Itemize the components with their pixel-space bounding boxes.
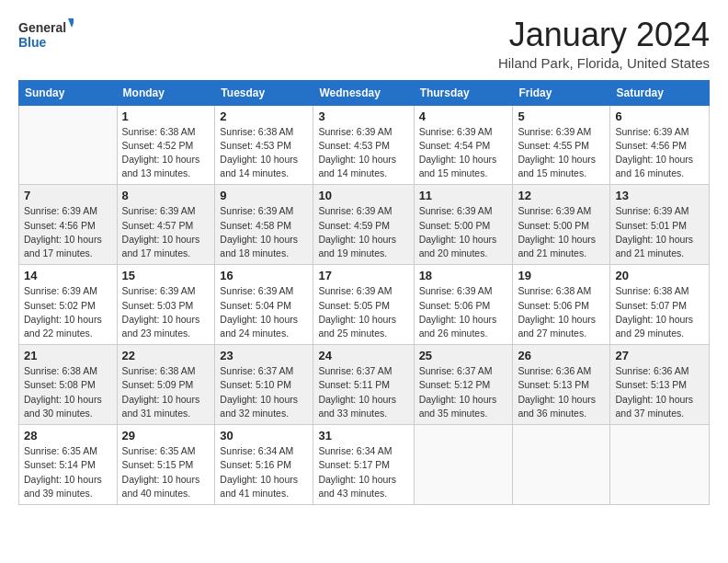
- header-cell-wednesday: Wednesday: [313, 80, 414, 105]
- day-info: Sunrise: 6:38 AM Sunset: 5:07 PM Dayligh…: [615, 284, 704, 340]
- calendar-cell: 2Sunrise: 6:38 AM Sunset: 4:53 PM Daylig…: [215, 105, 313, 185]
- calendar-cell: 27Sunrise: 6:36 AM Sunset: 5:13 PM Dayli…: [610, 345, 710, 425]
- day-info: Sunrise: 6:39 AM Sunset: 4:59 PM Dayligh…: [318, 204, 408, 260]
- header: General Blue January 2024 Hiland Park, F…: [18, 17, 710, 71]
- day-number: 29: [122, 429, 210, 442]
- header-row: SundayMondayTuesdayWednesdayThursdayFrid…: [19, 80, 710, 105]
- day-info: Sunrise: 6:39 AM Sunset: 5:04 PM Dayligh…: [220, 284, 308, 340]
- title-block: January 2024 Hiland Park, Florida, Unite…: [498, 17, 710, 71]
- page: General Blue January 2024 Hiland Park, F…: [0, 0, 728, 563]
- calendar-cell: [610, 425, 710, 505]
- header-cell-monday: Monday: [117, 80, 215, 105]
- day-info: Sunrise: 6:38 AM Sunset: 5:06 PM Dayligh…: [518, 284, 605, 340]
- day-number: 27: [615, 349, 704, 362]
- day-info: Sunrise: 6:39 AM Sunset: 5:06 PM Dayligh…: [419, 284, 508, 340]
- day-number: 2: [220, 109, 308, 123]
- day-info: Sunrise: 6:39 AM Sunset: 4:56 PM Dayligh…: [615, 125, 704, 181]
- calendar-cell: 19Sunrise: 6:38 AM Sunset: 5:06 PM Dayli…: [513, 265, 610, 345]
- day-number: 28: [24, 429, 112, 442]
- day-number: 3: [318, 109, 408, 123]
- day-number: 13: [615, 189, 704, 202]
- calendar-cell: 12Sunrise: 6:39 AM Sunset: 5:00 PM Dayli…: [513, 185, 610, 265]
- day-number: 10: [318, 189, 408, 202]
- calendar-cell: 18Sunrise: 6:39 AM Sunset: 5:06 PM Dayli…: [414, 265, 513, 345]
- day-number: 18: [419, 269, 508, 282]
- svg-text:General: General: [18, 20, 66, 35]
- day-info: Sunrise: 6:39 AM Sunset: 5:00 PM Dayligh…: [419, 204, 508, 260]
- calendar-cell: 28Sunrise: 6:35 AM Sunset: 5:14 PM Dayli…: [19, 425, 118, 505]
- calendar-cell: [513, 425, 610, 505]
- calendar-cell: 30Sunrise: 6:34 AM Sunset: 5:16 PM Dayli…: [215, 425, 313, 505]
- day-info: Sunrise: 6:39 AM Sunset: 5:00 PM Dayligh…: [518, 204, 605, 260]
- calendar-week-1: 1Sunrise: 6:38 AM Sunset: 4:52 PM Daylig…: [19, 105, 710, 185]
- day-number: 24: [318, 349, 408, 362]
- day-number: 25: [419, 349, 508, 362]
- day-info: Sunrise: 6:38 AM Sunset: 4:52 PM Dayligh…: [122, 125, 210, 181]
- day-number: 30: [220, 429, 308, 442]
- day-number: 5: [518, 109, 605, 123]
- day-number: 19: [518, 269, 605, 282]
- svg-text:Blue: Blue: [18, 35, 47, 50]
- day-info: Sunrise: 6:39 AM Sunset: 4:56 PM Dayligh…: [24, 204, 112, 260]
- day-info: Sunrise: 6:37 AM Sunset: 5:12 PM Dayligh…: [419, 364, 508, 420]
- calendar-cell: 23Sunrise: 6:37 AM Sunset: 5:10 PM Dayli…: [215, 345, 313, 425]
- day-number: 1: [122, 109, 210, 123]
- calendar-cell: 24Sunrise: 6:37 AM Sunset: 5:11 PM Dayli…: [313, 345, 414, 425]
- calendar-cell: 26Sunrise: 6:36 AM Sunset: 5:13 PM Dayli…: [513, 345, 610, 425]
- calendar-cell: 20Sunrise: 6:38 AM Sunset: 5:07 PM Dayli…: [610, 265, 710, 345]
- day-info: Sunrise: 6:37 AM Sunset: 5:10 PM Dayligh…: [220, 364, 308, 420]
- day-info: Sunrise: 6:39 AM Sunset: 5:03 PM Dayligh…: [122, 284, 210, 340]
- calendar-cell: 5Sunrise: 6:39 AM Sunset: 4:55 PM Daylig…: [513, 105, 610, 185]
- header-cell-friday: Friday: [513, 80, 610, 105]
- day-info: Sunrise: 6:38 AM Sunset: 5:09 PM Dayligh…: [122, 364, 210, 420]
- day-number: 12: [518, 189, 605, 202]
- calendar-week-5: 28Sunrise: 6:35 AM Sunset: 5:14 PM Dayli…: [19, 425, 710, 505]
- day-number: 6: [615, 109, 704, 123]
- calendar-cell: 25Sunrise: 6:37 AM Sunset: 5:12 PM Dayli…: [414, 345, 513, 425]
- day-number: 17: [318, 269, 408, 282]
- day-info: Sunrise: 6:38 AM Sunset: 5:08 PM Dayligh…: [24, 364, 112, 420]
- day-number: 23: [220, 349, 308, 362]
- calendar-cell: [19, 105, 118, 185]
- day-info: Sunrise: 6:34 AM Sunset: 5:16 PM Dayligh…: [220, 444, 308, 500]
- calendar-cell: 15Sunrise: 6:39 AM Sunset: 5:03 PM Dayli…: [117, 265, 215, 345]
- header-cell-sunday: Sunday: [19, 80, 118, 105]
- calendar-week-2: 7Sunrise: 6:39 AM Sunset: 4:56 PM Daylig…: [19, 185, 710, 265]
- calendar-cell: 6Sunrise: 6:39 AM Sunset: 4:56 PM Daylig…: [610, 105, 710, 185]
- day-info: Sunrise: 6:39 AM Sunset: 4:58 PM Dayligh…: [220, 204, 308, 260]
- calendar-cell: 11Sunrise: 6:39 AM Sunset: 5:00 PM Dayli…: [414, 185, 513, 265]
- day-number: 14: [24, 269, 112, 282]
- day-number: 8: [122, 189, 210, 202]
- day-info: Sunrise: 6:38 AM Sunset: 4:53 PM Dayligh…: [220, 125, 308, 181]
- calendar-cell: 17Sunrise: 6:39 AM Sunset: 5:05 PM Dayli…: [313, 265, 414, 345]
- day-number: 31: [318, 429, 408, 442]
- calendar-cell: 8Sunrise: 6:39 AM Sunset: 4:57 PM Daylig…: [117, 185, 215, 265]
- day-info: Sunrise: 6:39 AM Sunset: 4:57 PM Dayligh…: [122, 204, 210, 260]
- day-info: Sunrise: 6:37 AM Sunset: 5:11 PM Dayligh…: [318, 364, 408, 420]
- day-info: Sunrise: 6:39 AM Sunset: 4:55 PM Dayligh…: [518, 125, 605, 181]
- subtitle: Hiland Park, Florida, United States: [498, 55, 710, 71]
- calendar-cell: 14Sunrise: 6:39 AM Sunset: 5:02 PM Dayli…: [19, 265, 118, 345]
- calendar-cell: 29Sunrise: 6:35 AM Sunset: 5:15 PM Dayli…: [117, 425, 215, 505]
- calendar-cell: 22Sunrise: 6:38 AM Sunset: 5:09 PM Dayli…: [117, 345, 215, 425]
- calendar-cell: 1Sunrise: 6:38 AM Sunset: 4:52 PM Daylig…: [117, 105, 215, 185]
- calendar-table: SundayMondayTuesdayWednesdayThursdayFrid…: [18, 80, 710, 505]
- day-info: Sunrise: 6:39 AM Sunset: 5:05 PM Dayligh…: [318, 284, 408, 340]
- day-info: Sunrise: 6:39 AM Sunset: 4:53 PM Dayligh…: [318, 125, 408, 181]
- calendar-cell: 10Sunrise: 6:39 AM Sunset: 4:59 PM Dayli…: [313, 185, 414, 265]
- day-info: Sunrise: 6:36 AM Sunset: 5:13 PM Dayligh…: [518, 364, 605, 420]
- calendar-cell: 7Sunrise: 6:39 AM Sunset: 4:56 PM Daylig…: [19, 185, 118, 265]
- day-number: 15: [122, 269, 210, 282]
- main-title: January 2024: [498, 17, 710, 53]
- day-number: 16: [220, 269, 308, 282]
- day-number: 26: [518, 349, 605, 362]
- day-number: 4: [419, 109, 508, 123]
- day-info: Sunrise: 6:36 AM Sunset: 5:13 PM Dayligh…: [615, 364, 704, 420]
- svg-marker-2: [68, 18, 74, 28]
- header-cell-saturday: Saturday: [610, 80, 710, 105]
- logo-svg: General Blue: [18, 17, 74, 53]
- calendar-cell: 31Sunrise: 6:34 AM Sunset: 5:17 PM Dayli…: [313, 425, 414, 505]
- calendar-cell: 3Sunrise: 6:39 AM Sunset: 4:53 PM Daylig…: [313, 105, 414, 185]
- day-info: Sunrise: 6:35 AM Sunset: 5:14 PM Dayligh…: [24, 444, 112, 500]
- calendar-cell: 21Sunrise: 6:38 AM Sunset: 5:08 PM Dayli…: [19, 345, 118, 425]
